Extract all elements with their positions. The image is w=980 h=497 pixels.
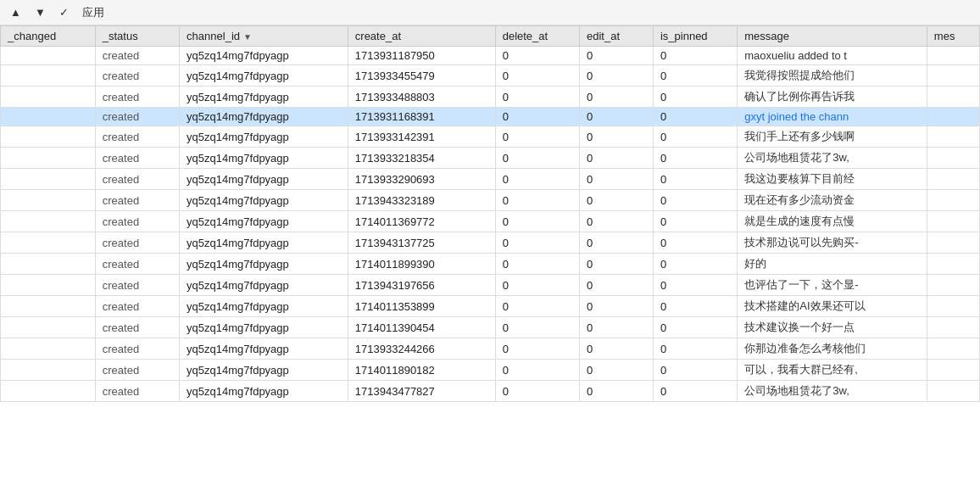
col-header-message: message (738, 26, 927, 47)
toolbar-up-button[interactable]: ▲ (7, 4, 25, 20)
table-row[interactable]: createdyq5zq14mg7fdpyagp1713933142391000… (1, 126, 980, 148)
col-header-edit: edit_at (580, 26, 654, 47)
table-row[interactable]: createdyq5zq14mg7fdpyagp1714011899390000… (1, 254, 980, 275)
table-row[interactable]: createdyq5zq14mg7fdpyagp1713943197656000… (1, 275, 980, 296)
table-row[interactable]: createdyq5zq14mg7fdpyagp1713943323189000… (1, 190, 980, 211)
table-container: _changed _status channel_id▼ create_at d… (0, 25, 980, 497)
col-header-delete: delete_at (495, 26, 579, 47)
table-row[interactable]: createdyq5zq14mg7fdpyagp1713933244266000… (1, 338, 980, 360)
table-row[interactable]: createdyq5zq14mg7fdpyagp1713933290693000… (1, 169, 980, 190)
col-header-changed: _changed (1, 26, 96, 47)
table-row[interactable]: createdyq5zq14mg7fdpyagp1713933455479000… (1, 65, 980, 87)
toolbar: ▲ ▼ ✓ 应用 (0, 0, 980, 25)
table-row[interactable]: createdyq5zq14mg7fdpyagp1713931187950000… (1, 47, 980, 65)
col-header-mes: mes (927, 26, 979, 47)
toolbar-check-button[interactable]: ✓ (56, 4, 72, 20)
table-row[interactable]: createdyq5zq14mg7fdpyagp1714011890182000… (1, 360, 980, 381)
table-row[interactable]: createdyq5zq14mg7fdpyagp1713943137725000… (1, 232, 980, 254)
toolbar-down-button[interactable]: ▼ (31, 4, 49, 20)
table-row[interactable]: createdyq5zq14mg7fdpyagp1714011369772000… (1, 211, 980, 232)
col-header-channel[interactable]: channel_id▼ (180, 26, 348, 47)
table-row[interactable]: createdyq5zq14mg7fdpyagp1713943477827000… (1, 381, 980, 402)
table-row[interactable]: createdyq5zq14mg7fdpyagp1713931168391000… (1, 108, 980, 126)
table-header-row: _changed _status channel_id▼ create_at d… (1, 26, 980, 47)
toolbar-apply-label: 应用 (82, 5, 104, 20)
col-header-create: create_at (348, 26, 495, 47)
data-table: _changed _status channel_id▼ create_at d… (0, 25, 980, 402)
col-header-pinned: is_pinned (653, 26, 737, 47)
sort-icon: ▼ (243, 32, 252, 42)
table-row[interactable]: createdyq5zq14mg7fdpyagp1713933488803000… (1, 87, 980, 108)
table-row[interactable]: createdyq5zq14mg7fdpyagp1714011390454000… (1, 317, 980, 338)
col-header-status: _status (95, 26, 179, 47)
table-row[interactable]: createdyq5zq14mg7fdpyagp1713933218354000… (1, 148, 980, 169)
table-row[interactable]: createdyq5zq14mg7fdpyagp1714011353899000… (1, 296, 980, 317)
